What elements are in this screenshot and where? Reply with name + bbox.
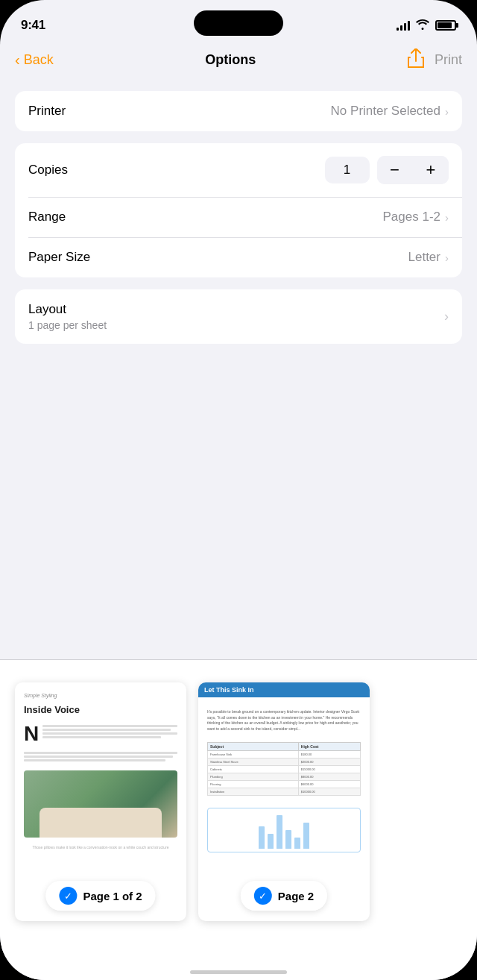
range-chevron-icon: › (445, 211, 449, 224)
page-2-check-icon: ✓ (254, 887, 272, 905)
copies-controls: 1 − + (325, 156, 449, 184)
preview-section: Simple Styling Inside Voice N (0, 659, 477, 980)
layout-chevron-icon: › (444, 309, 449, 324)
paper-size-label: Paper Size (28, 250, 90, 265)
dynamic-island (194, 10, 283, 36)
page2-header-label: Let This Sink In (204, 686, 254, 694)
settings-card: Copies 1 − + Range Pages 1-2 (15, 143, 462, 277)
printer-label: Printer (28, 104, 66, 119)
page1-title: Inside Voice (24, 704, 177, 716)
paper-size-value: Letter (408, 250, 440, 265)
layout-text: Layout 1 page per sheet (28, 302, 107, 331)
back-chevron-icon: ‹ (15, 51, 20, 69)
printer-card: Printer No Printer Selected › (15, 91, 462, 131)
copies-stepper: − + (377, 156, 449, 184)
copies-row: Copies 1 − + (15, 143, 462, 197)
page-1-check-icon: ✓ (59, 887, 77, 905)
page2-table: Subject High Cost Farmhouse Sink$180.00 … (207, 742, 361, 796)
printer-value: No Printer Selected (331, 104, 440, 119)
range-value-group: Pages 1-2 › (383, 210, 449, 224)
layout-title: Layout (28, 302, 107, 317)
layout-subtitle: 1 page per sheet (28, 319, 107, 331)
page1-image (24, 770, 177, 838)
page-1-indicator: ✓ Page 1 of 2 (45, 881, 155, 911)
copies-label: Copies (28, 163, 68, 178)
layout-card[interactable]: Layout 1 page per sheet › (15, 289, 462, 344)
paper-size-value-group: Letter › (408, 250, 449, 265)
status-icons (397, 19, 456, 32)
page-1-indicator-label: Page 1 of 2 (83, 890, 142, 902)
paper-size-row[interactable]: Paper Size Letter › (15, 237, 462, 277)
status-time: 9:41 (21, 18, 45, 33)
printer-chevron-icon: › (445, 105, 449, 118)
share-button[interactable] (408, 48, 424, 71)
range-row[interactable]: Range Pages 1-2 › (15, 197, 462, 237)
nav-actions: Print (408, 48, 462, 71)
range-label: Range (28, 210, 66, 224)
page2-header: Let This Sink In (198, 682, 370, 697)
print-button[interactable]: Print (435, 52, 462, 68)
printer-row[interactable]: Printer No Printer Selected › (15, 91, 462, 131)
paper-size-chevron-icon: › (445, 251, 449, 264)
content-area: Printer No Printer Selected › Copies 1 − (0, 79, 477, 356)
home-indicator (190, 970, 287, 974)
wifi-icon (416, 19, 429, 32)
preview-page-1[interactable]: Simple Styling Inside Voice N (15, 682, 186, 921)
back-label: Back (24, 52, 54, 68)
page2-body: It's possible to break ground on a conte… (207, 709, 361, 732)
copies-decrement-button[interactable]: − (377, 156, 413, 184)
preview-page-2[interactable]: Let This Sink In It's possible to break … (198, 682, 370, 921)
page-2-indicator: ✓ Page 2 (241, 881, 327, 911)
printer-value-group: No Printer Selected › (331, 104, 449, 119)
page-2-indicator-label: Page 2 (278, 890, 314, 902)
battery-icon (435, 20, 456, 31)
signal-icon (397, 20, 410, 31)
copies-increment-button[interactable]: + (413, 156, 449, 184)
nav-title: Options (205, 52, 256, 68)
copies-value: 1 (325, 157, 370, 183)
nav-bar: ‹ Back Options Print (0, 40, 477, 79)
page1-subtitle: Simple Styling (24, 693, 177, 698)
back-button[interactable]: ‹ Back (15, 51, 54, 69)
page1-drop-cap: N (24, 723, 39, 744)
range-value: Pages 1-2 (383, 210, 441, 224)
